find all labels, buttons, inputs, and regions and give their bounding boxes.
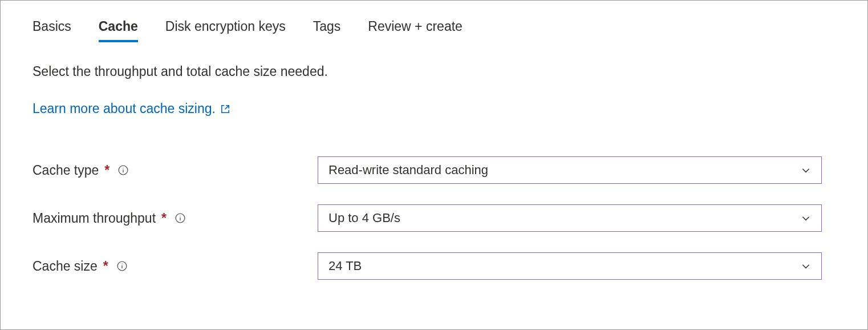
required-indicator: * [104,163,109,178]
svg-point-8 [121,263,122,264]
info-icon[interactable] [117,164,129,176]
tab-tags[interactable]: Tags [313,19,341,41]
max-throughput-value: Up to 4 GB/s [328,211,400,226]
svg-point-2 [123,167,124,168]
label-max-throughput: Maximum throughput * [33,211,318,226]
row-max-throughput: Maximum throughput * Up to 4 GB/s [33,204,835,232]
chevron-down-icon [801,261,811,271]
tab-disk-encryption-keys[interactable]: Disk encryption keys [165,19,286,41]
label-cache-type: Cache type * [33,163,318,178]
info-icon[interactable] [116,260,128,272]
cache-type-dropdown[interactable]: Read-write standard caching [318,156,822,184]
row-cache-type: Cache type * Read-write standard caching [33,156,835,184]
row-cache-size: Cache size * 24 TB [33,252,835,280]
cache-size-value: 24 TB [328,259,362,273]
tab-review-create[interactable]: Review + create [368,19,463,41]
max-throughput-dropdown[interactable]: Up to 4 GB/s [318,204,822,232]
chevron-down-icon [801,165,811,175]
label-max-throughput-text: Maximum throughput [33,211,156,226]
cache-config-panel: Basics Cache Disk encryption keys Tags R… [0,0,868,330]
learn-more-text: Learn more about cache sizing. [33,101,216,116]
cache-type-value: Read-write standard caching [328,163,488,178]
external-link-icon [220,104,230,114]
required-indicator: * [161,211,167,226]
tab-cache[interactable]: Cache [99,19,138,41]
cache-size-dropdown[interactable]: 24 TB [318,252,822,280]
required-indicator: * [103,259,108,274]
tab-basics[interactable]: Basics [33,19,71,41]
label-cache-size: Cache size * [33,259,318,274]
label-cache-type-text: Cache type [33,163,99,178]
wizard-tabs: Basics Cache Disk encryption keys Tags R… [33,19,835,41]
chevron-down-icon [801,213,811,223]
svg-point-5 [180,215,180,216]
info-icon[interactable] [175,212,186,224]
label-cache-size-text: Cache size [33,259,98,274]
learn-more-link[interactable]: Learn more about cache sizing. [33,101,230,116]
section-description: Select the throughput and total cache si… [33,64,835,79]
